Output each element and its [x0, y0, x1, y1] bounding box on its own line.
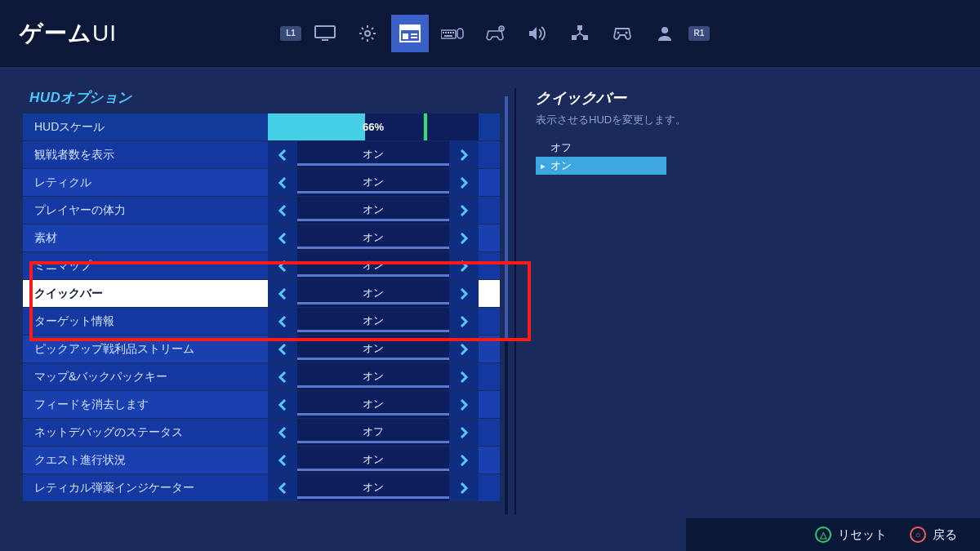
arrow-right-icon[interactable] — [449, 197, 479, 224]
scrollbar[interactable] — [505, 96, 508, 514]
svg-rect-7 — [411, 37, 417, 38]
row-value: オン — [297, 252, 449, 279]
arrow-left-icon[interactable] — [268, 391, 297, 418]
settings-row[interactable]: 素材オン — [23, 224, 500, 251]
tab-settings-gear[interactable] — [349, 15, 386, 52]
tab-game-ui[interactable] — [391, 15, 429, 52]
page-title: ゲームUI — [20, 18, 117, 49]
arrow-left-icon[interactable] — [268, 224, 297, 251]
row-hud-scale[interactable]: HUDスケール 66% — [23, 113, 500, 140]
row-control: オフ — [268, 419, 479, 446]
arrow-left-icon[interactable] — [268, 335, 297, 362]
arrow-right-icon[interactable] — [449, 141, 479, 168]
tab-audio[interactable] — [519, 15, 556, 52]
arrow-left-icon[interactable] — [268, 141, 297, 168]
row-control: オン — [268, 197, 479, 224]
settings-row[interactable]: プレイヤーの体力オン — [23, 197, 500, 224]
tab-display[interactable] — [306, 15, 344, 52]
row-control: オン — [268, 252, 479, 279]
svg-rect-11 — [448, 32, 449, 33]
svg-point-2 — [365, 31, 370, 36]
row-value: オン — [297, 308, 449, 335]
hud-scale-slider[interactable]: 66% — [268, 113, 479, 140]
settings-row[interactable]: ミニマップオン — [23, 252, 500, 279]
triangle-icon: △ — [815, 527, 831, 543]
settings-row[interactable]: ターゲット情報オン — [23, 308, 500, 335]
row-value: オン — [297, 280, 449, 307]
row-label: ピックアップ戦利品ストリーム — [23, 342, 268, 357]
row-value: オン — [297, 335, 449, 362]
section-title: HUDオプション — [23, 88, 500, 113]
arrow-right-icon[interactable] — [449, 474, 479, 501]
settings-row[interactable]: 観戦者数を表示オン — [23, 141, 500, 168]
tab-strip: L1 R1 — [280, 15, 710, 52]
row-value: オン — [297, 169, 449, 196]
arrow-left-icon[interactable] — [268, 252, 297, 279]
tab-keyboard-mouse[interactable] — [434, 15, 471, 52]
arrow-right-icon[interactable] — [449, 252, 479, 279]
row-label: レティカル弾薬インジケーター — [23, 481, 268, 495]
reset-button[interactable]: △ リセット — [815, 527, 887, 543]
arrow-right-icon[interactable] — [449, 280, 479, 307]
svg-rect-6 — [411, 33, 417, 35]
arrow-left-icon[interactable] — [268, 447, 297, 473]
arrow-right-icon[interactable] — [449, 419, 479, 446]
svg-rect-9 — [443, 32, 444, 33]
title-thin: UI — [92, 20, 117, 46]
row-label: 素材 — [23, 231, 268, 246]
detail-panel: クイックバー 表示させるHUDを変更します。 オフオン — [536, 73, 957, 514]
tab-accessibility[interactable] — [561, 15, 599, 52]
arrow-right-icon[interactable] — [449, 391, 479, 418]
settings-row[interactable]: クイックバーオン — [23, 280, 500, 307]
circle-icon: ○ — [910, 527, 926, 543]
back-button[interactable]: ○ 戻る — [910, 527, 957, 543]
arrow-right-icon[interactable] — [449, 363, 479, 390]
arrow-left-icon[interactable] — [268, 169, 297, 196]
bumper-left: L1 — [280, 26, 301, 41]
row-value: オン — [297, 474, 449, 501]
detail-options: オフオン — [536, 139, 666, 175]
row-control: オン — [268, 447, 479, 473]
row-value: オン — [297, 363, 449, 390]
arrow-left-icon[interactable] — [268, 474, 297, 501]
arrow-right-icon[interactable] — [449, 169, 479, 196]
row-value: オン — [297, 141, 449, 168]
row-control: オン — [268, 280, 479, 307]
arrow-left-icon[interactable] — [268, 197, 297, 224]
row-value: オン — [297, 224, 449, 251]
tab-controller-settings[interactable] — [476, 15, 514, 52]
settings-row[interactable]: レティクルオン — [23, 169, 500, 196]
arrow-right-icon[interactable] — [449, 224, 479, 251]
arrow-left-icon[interactable] — [268, 280, 297, 307]
arrow-right-icon[interactable] — [449, 335, 479, 362]
settings-row[interactable]: フィードを消去しますオン — [23, 391, 500, 418]
row-label: HUDスケール — [23, 120, 268, 135]
settings-row[interactable]: ピックアップ戦利品ストリームオン — [23, 335, 500, 362]
svg-rect-14 — [444, 35, 452, 37]
tab-controller[interactable] — [604, 15, 641, 52]
back-label: 戻る — [933, 527, 957, 543]
settings-row[interactable]: クエスト進行状況オン — [23, 447, 500, 473]
svg-rect-8 — [441, 30, 456, 38]
row-control: オン — [268, 363, 479, 390]
arrow-left-icon[interactable] — [268, 419, 297, 446]
row-label: プレイヤーの体力 — [23, 203, 268, 218]
arrow-left-icon[interactable] — [268, 308, 297, 335]
row-label: 観戦者数を表示 — [23, 148, 268, 162]
row-control: オン — [268, 141, 479, 168]
tab-account[interactable] — [646, 15, 684, 52]
bumper-right: R1 — [688, 26, 710, 41]
row-label: フィードを消去します — [23, 398, 268, 412]
settings-row[interactable]: レティカル弾薬インジケーターオン — [23, 474, 500, 501]
svg-rect-10 — [445, 32, 447, 33]
settings-row[interactable]: マップ&バックパックキーオン — [23, 363, 500, 390]
row-control: オン — [268, 391, 479, 418]
detail-option[interactable]: オフ — [536, 139, 666, 157]
settings-row[interactable]: ネットデバッグのステータスオフ — [23, 419, 500, 446]
svg-rect-1 — [322, 39, 328, 41]
arrow-left-icon[interactable] — [268, 363, 297, 390]
detail-option[interactable]: オン — [536, 157, 666, 175]
row-label: ミニマップ — [23, 259, 268, 273]
arrow-right-icon[interactable] — [449, 447, 479, 473]
arrow-right-icon[interactable] — [449, 308, 479, 335]
